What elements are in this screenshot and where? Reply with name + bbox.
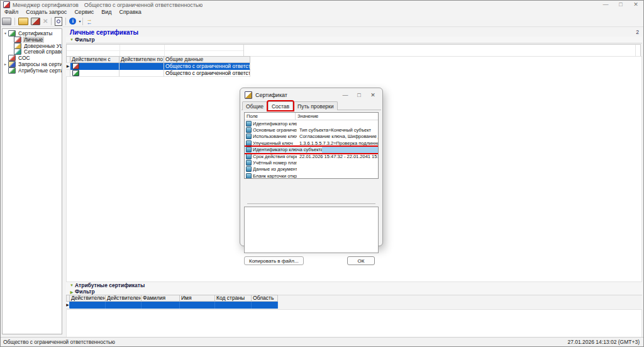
expanded-icon: ▼ — [66, 38, 75, 42]
attribute-certs-icon — [8, 67, 16, 74]
extension-icon — [246, 160, 252, 166]
column-field[interactable]: Поле — [245, 113, 296, 120]
close-button[interactable]: ✕ — [628, 1, 643, 9]
list-item-subject-key-identifier[interactable]: Идентификатор ключа субъекта — [245, 147, 378, 153]
chevron-down-icon[interactable]: ▾ — [3, 31, 8, 35]
dialog-window-controls: — □ ✕ — [338, 88, 380, 101]
delete-icon[interactable]: ✕ — [43, 18, 48, 25]
collapsed-icon: ▶ — [66, 290, 75, 294]
toolbar-separator — [14, 18, 15, 25]
column-common-data[interactable]: Общие данные — [164, 56, 250, 63]
network-directory-icon — [14, 48, 21, 55]
tree-item-network-directory[interactable]: Сетевой справочник — [3, 48, 62, 55]
tree-item-attribute-certificates[interactable]: Атрибутные сертификаты — [3, 67, 62, 74]
tab-certification-path[interactable]: Путь проверки — [294, 101, 337, 110]
tree-item-certificate-requests[interactable]: ▸ Запросы на сертификат — [3, 61, 62, 67]
tree-item-trusted-ca[interactable]: Доверенные УЦ — [3, 43, 62, 49]
column-valid-to[interactable]: Действителен по — [119, 56, 164, 63]
tab-composition[interactable]: Состав — [268, 101, 293, 110]
list-item[interactable]: Идентификатор ключа... — [245, 120, 378, 127]
dialog-tab-content: Поле Значение Идентификатор ключа... Осн… — [242, 110, 381, 244]
personal-certs-icon — [14, 37, 21, 43]
field-detail-textarea[interactable] — [244, 207, 379, 253]
table-header-row: Действителен с Действителен по Общие дан… — [66, 56, 250, 63]
attribute-certificates-area — [66, 309, 642, 338]
column-valid-from[interactable]: Действителен с — [70, 56, 119, 63]
certificate-tree: ▾ Сертификаты Личные Доверенные УЦ Сетев… — [2, 28, 62, 334]
trusted-ca-icon — [14, 43, 21, 49]
list-item[interactable]: Учётный номер плате... — [245, 159, 378, 166]
preview-icon[interactable] — [55, 17, 62, 26]
page-title: Личные сертификаты — [70, 29, 138, 36]
app-subtitle: Общество с ограниченной ответственностью — [84, 2, 203, 8]
crl-icon — [8, 55, 16, 61]
column-value[interactable]: Значение — [296, 113, 378, 120]
menu-create-request[interactable]: Создать запрос — [22, 9, 70, 16]
column-region[interactable]: Область — [252, 295, 278, 302]
menu-help[interactable]: Справка — [116, 9, 145, 16]
menu-service[interactable]: Сервис — [70, 9, 97, 16]
dialog-tabs: Общие Состав Путь проверки — [242, 101, 382, 110]
open-certificate-icon[interactable] — [18, 18, 28, 25]
list-item[interactable]: Основные ограниченияТип субъекта=Конечны… — [245, 127, 378, 133]
splitter[interactable] — [247, 203, 375, 204]
chevron-right-icon[interactable]: ▸ — [3, 62, 8, 66]
row-marker-icon: ▶ — [66, 302, 69, 309]
maximize-button[interactable]: □ — [352, 92, 366, 98]
column-valid-to[interactable]: Действителен по — [106, 295, 142, 302]
certificate-count: 2 — [636, 29, 639, 35]
extension-icon — [246, 127, 252, 133]
info-dropdown-icon[interactable]: ▾ — [79, 19, 80, 23]
filter-header-top[interactable]: ▼ Фильтр — [66, 37, 642, 43]
marker-column-header — [66, 56, 70, 63]
status-text: Общество с ограниченной ответственностью — [3, 339, 115, 345]
extension-icon — [246, 147, 252, 152]
menu-file[interactable]: Файл — [1, 9, 22, 16]
import-certificate-icon[interactable] — [31, 18, 40, 25]
toolbar-separator — [51, 18, 52, 25]
column-name[interactable]: Имя — [180, 295, 215, 302]
info-icon[interactable]: i — [69, 18, 76, 25]
extension-icon — [246, 173, 252, 179]
column-country-code[interactable]: Код страны — [215, 295, 252, 302]
table-row[interactable]: Общество с ограниченной ответственностью — [66, 70, 250, 77]
menu-view[interactable]: Вид — [97, 9, 115, 16]
filter-grid[interactable] — [66, 44, 641, 57]
list-header: Поле Значение — [245, 113, 378, 120]
table-row[interactable]: ▶ — [66, 302, 279, 309]
tree-item-certificates[interactable]: ▾ Сертификаты — [3, 30, 62, 37]
refresh-icon[interactable]: →← — [86, 18, 122, 25]
copy-to-file-button[interactable]: Копировать в файл... — [244, 256, 304, 265]
extension-icon — [246, 166, 252, 172]
toolbar-separator — [65, 18, 66, 25]
column-surname[interactable]: Фамилия — [142, 295, 180, 302]
status-bar: Общество с ограниченной ответственностью… — [1, 337, 643, 346]
tree-item-crl[interactable]: СОС — [3, 55, 62, 61]
requests-icon — [8, 61, 16, 67]
app-window: Менеджер сертификатов Общество с огранич… — [0, 0, 644, 347]
maximize-button[interactable]: □ — [613, 1, 628, 9]
minimize-button[interactable]: — — [338, 92, 352, 98]
list-item[interactable]: Данные из документа... — [245, 166, 378, 173]
print-icon[interactable] — [2, 18, 11, 25]
menu-bar: Файл Создать запрос Сервис Вид Справка — [1, 9, 643, 16]
app-title: Менеджер сертификатов — [13, 2, 79, 8]
status-clock: 27.01.2026 14:13:02 (GMT+3) — [567, 339, 640, 345]
attribute-certificates-table: Действителен с Действителен по Фамилия И… — [66, 295, 279, 309]
ok-button[interactable]: ОК — [347, 256, 375, 265]
extension-icon — [246, 121, 252, 127]
table-row[interactable]: ▶ Общество с ограниченной ответственност… — [66, 63, 250, 70]
expanded-icon: ▼ — [66, 283, 75, 287]
column-valid-from[interactable]: Действителен с — [70, 295, 106, 302]
list-item[interactable]: Срок действия откры...22.01.2026 15:47:3… — [245, 153, 378, 159]
certificate-icon — [72, 63, 79, 69]
extension-icon — [246, 140, 252, 146]
tree-item-personal[interactable]: Личные — [3, 37, 62, 43]
list-item[interactable]: Улучшенный ключ1.3.6.1.5.5.7.3.2=Проверк… — [245, 140, 378, 146]
list-item[interactable]: Бланк карточки откры... — [245, 173, 378, 179]
extension-icon — [246, 134, 252, 139]
close-button[interactable]: ✕ — [366, 92, 380, 98]
minimize-button[interactable]: — — [598, 1, 613, 9]
tab-general[interactable]: Общие — [242, 101, 267, 110]
list-item[interactable]: Использование ключаСогласование ключа, Ш… — [245, 134, 378, 140]
